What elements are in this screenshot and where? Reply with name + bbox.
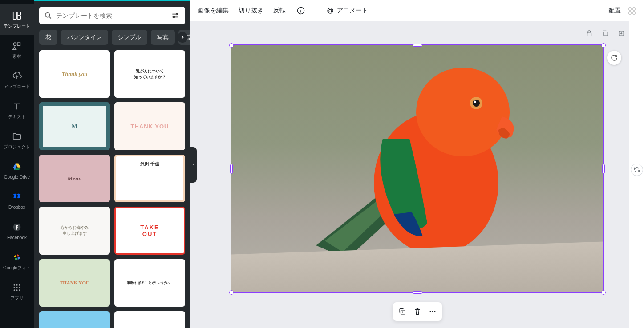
template-card[interactable]: M <box>39 102 110 150</box>
toolbar-separator <box>316 5 316 16</box>
design-page[interactable] <box>231 44 604 293</box>
svg-point-7 <box>16 284 17 286</box>
selected-image-frame[interactable] <box>231 44 604 293</box>
nav-label: Dropbox <box>8 205 26 210</box>
svg-rect-4 <box>17 43 20 45</box>
page-actions <box>584 28 626 38</box>
search-input[interactable] <box>56 12 170 19</box>
flip-button[interactable]: 反転 <box>273 7 286 15</box>
rotate-button[interactable] <box>607 51 621 65</box>
dropbox-icon <box>12 192 22 202</box>
template-card[interactable]: Menu <box>39 155 110 202</box>
context-toolbar: 画像を編集 切り抜き 反転 アニメート 配置 <box>190 0 644 21</box>
svg-rect-2 <box>17 16 20 19</box>
svg-rect-22 <box>604 32 608 36</box>
svg-point-17 <box>173 16 174 18</box>
chip-valentine[interactable]: バレンタイン <box>61 30 108 45</box>
template-card[interactable] <box>114 311 185 328</box>
resize-handle-w[interactable] <box>230 164 233 174</box>
svg-point-11 <box>19 287 20 288</box>
svg-point-6 <box>14 284 15 286</box>
search-icon <box>44 11 53 20</box>
template-card[interactable]: 心からお悔やみ 申し上げます <box>39 207 110 254</box>
canvas-area[interactable] <box>190 21 644 328</box>
duplicate-element-button[interactable] <box>396 305 409 318</box>
template-card[interactable] <box>39 311 110 328</box>
search-filter-icon[interactable] <box>170 10 181 21</box>
resize-handle-n[interactable] <box>413 44 422 47</box>
template-card[interactable]: THANK YOU <box>39 259 110 307</box>
template-card[interactable]: 素敵すぎることがいっぱい… <box>114 259 185 307</box>
nav-elements[interactable]: 素材 <box>0 35 34 65</box>
nav-uploads[interactable]: アップロード <box>0 65 34 95</box>
info-icon[interactable] <box>296 5 306 16</box>
sync-button[interactable] <box>631 164 643 176</box>
nav-dropbox[interactable]: Dropbox <box>0 186 34 216</box>
svg-rect-1 <box>17 12 20 15</box>
svg-point-27 <box>473 100 480 107</box>
svg-point-12 <box>14 289 15 291</box>
position-button[interactable]: 配置 <box>608 7 621 15</box>
gdrive-icon <box>12 161 22 172</box>
nav-apps[interactable]: アプリ <box>0 276 34 307</box>
template-card[interactable]: THANK YOU <box>114 102 185 150</box>
svg-rect-21 <box>587 33 591 36</box>
svg-point-20 <box>329 9 332 12</box>
element-floating-toolbar <box>393 302 442 321</box>
image-content[interactable] <box>231 45 603 292</box>
svg-point-25 <box>416 68 510 156</box>
svg-point-9 <box>14 287 15 288</box>
resize-handle-se[interactable] <box>601 290 606 295</box>
nav-label: Google Drive <box>3 175 31 180</box>
nav-label: プロジェクト <box>3 144 31 150</box>
lock-icon[interactable] <box>584 28 594 38</box>
template-card[interactable]: TAKE OUT <box>114 207 185 254</box>
nav-facebook[interactable]: Facebook <box>0 216 34 246</box>
resize-handle-e[interactable] <box>602 164 605 174</box>
delete-element-button[interactable] <box>411 305 424 318</box>
resize-handle-ne[interactable] <box>601 43 606 48</box>
nav-templates[interactable]: テンプレート <box>0 4 34 35</box>
chip-flower[interactable]: 花 <box>39 30 57 45</box>
projects-icon <box>12 131 22 142</box>
svg-point-16 <box>176 13 178 15</box>
resize-handle-sw[interactable] <box>229 290 234 295</box>
gphotos-icon <box>12 252 22 263</box>
facebook-icon <box>12 222 22 232</box>
nav-google-drive[interactable]: Google Drive <box>0 156 34 186</box>
templates-icon <box>12 10 22 21</box>
template-card[interactable]: 沢田 千佳 <box>114 155 185 202</box>
chips-scroll-right[interactable] <box>177 32 188 43</box>
main-area: 画像を編集 切り抜き 反転 アニメート 配置 <box>190 0 644 328</box>
panel-collapse-button[interactable] <box>190 147 197 183</box>
template-card[interactable]: Thank you <box>39 50 110 98</box>
nav-label: 素材 <box>12 54 22 59</box>
apps-icon <box>12 282 22 293</box>
more-options-button[interactable] <box>426 305 439 318</box>
transparency-icon[interactable] <box>626 5 637 16</box>
svg-point-10 <box>16 287 17 288</box>
resize-handle-nw[interactable] <box>229 43 234 48</box>
filter-chips-row: 花 バレンタイン シンプル 写真 雪 <box>34 30 190 50</box>
duplicate-page-icon[interactable] <box>600 28 610 38</box>
svg-point-15 <box>45 13 50 17</box>
left-nav-rail: テンプレート 素材 アップロード テキスト プロジェクト Google Driv… <box>0 0 34 328</box>
text-icon <box>12 101 22 112</box>
animate-button[interactable]: アニメート <box>326 7 368 15</box>
chip-photo[interactable]: 写真 <box>151 30 175 45</box>
resize-handle-s[interactable] <box>413 291 422 294</box>
nav-label: テキスト <box>7 114 27 120</box>
nav-text[interactable]: テキスト <box>0 95 34 125</box>
nav-google-photos[interactable]: Googleフォト <box>0 246 34 276</box>
svg-point-28 <box>474 101 476 103</box>
crop-button[interactable]: 切り抜き <box>239 7 263 15</box>
right-rail <box>629 21 644 328</box>
nav-projects[interactable]: プロジェクト <box>0 125 34 156</box>
search-row <box>34 1 190 30</box>
chip-simple[interactable]: シンプル <box>112 30 147 45</box>
svg-point-3 <box>13 43 16 45</box>
add-page-icon[interactable] <box>616 28 626 38</box>
edit-image-button[interactable]: 画像を編集 <box>198 7 229 15</box>
template-card[interactable]: 乳がんについて 知っていますか？ <box>114 50 185 98</box>
nav-label: テンプレート <box>3 24 31 29</box>
